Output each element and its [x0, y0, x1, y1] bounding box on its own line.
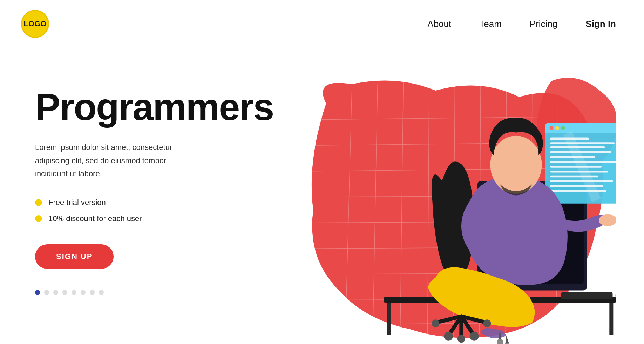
nav-signin[interactable]: Sign In — [585, 19, 616, 29]
feature-item-2: 10% discount for each user — [35, 214, 273, 223]
logo[interactable]: LOGO — [21, 10, 49, 38]
bullet-dot-1 — [35, 199, 42, 206]
features-list: Free trial version 10% discount for each… — [35, 198, 273, 223]
svg-point-97 — [470, 332, 479, 341]
left-content: Programmers Lorem ipsum dolor sit amet, … — [35, 59, 273, 295]
svg-rect-21 — [610, 303, 614, 335]
svg-point-96 — [444, 332, 453, 341]
pagination — [35, 290, 273, 295]
pagination-dot-5[interactable] — [72, 290, 76, 295]
main-nav: About Team Pricing Sign In — [427, 19, 616, 29]
svg-point-76 — [555, 126, 559, 130]
svg-point-92 — [490, 136, 542, 194]
pagination-dot-1[interactable] — [35, 290, 40, 295]
pagination-dot-8[interactable] — [99, 290, 104, 295]
nav-about[interactable]: About — [427, 19, 451, 29]
svg-rect-79 — [550, 142, 615, 144]
svg-point-77 — [561, 126, 565, 130]
pagination-dot-4[interactable] — [62, 290, 67, 295]
svg-point-99 — [483, 319, 491, 327]
pagination-dot-3[interactable] — [53, 290, 58, 295]
nav-team[interactable]: Team — [479, 19, 502, 29]
hero-description: Lorem ipsum dolor sit amet, consectetur … — [35, 141, 182, 180]
svg-rect-87 — [550, 180, 613, 183]
signup-button[interactable]: SIGN UP — [35, 244, 114, 269]
svg-rect-94 — [561, 292, 613, 299]
nav-pricing[interactable]: Pricing — [530, 19, 557, 29]
pagination-dot-7[interactable] — [90, 290, 95, 295]
hero-illustration — [287, 59, 616, 344]
feature-item-1: Free trial version — [35, 198, 273, 207]
svg-rect-89 — [550, 190, 607, 192]
svg-point-98 — [432, 319, 440, 327]
svg-point-101 — [497, 339, 503, 344]
pagination-dot-6[interactable] — [81, 290, 86, 295]
hero-title: Programmers — [35, 87, 273, 127]
svg-point-102 — [504, 343, 510, 344]
svg-point-100 — [457, 335, 465, 343]
svg-point-75 — [550, 126, 554, 130]
bullet-dot-2 — [35, 215, 42, 222]
svg-rect-20 — [387, 303, 391, 335]
pagination-dot-2[interactable] — [44, 290, 49, 295]
svg-rect-84 — [550, 166, 602, 168]
